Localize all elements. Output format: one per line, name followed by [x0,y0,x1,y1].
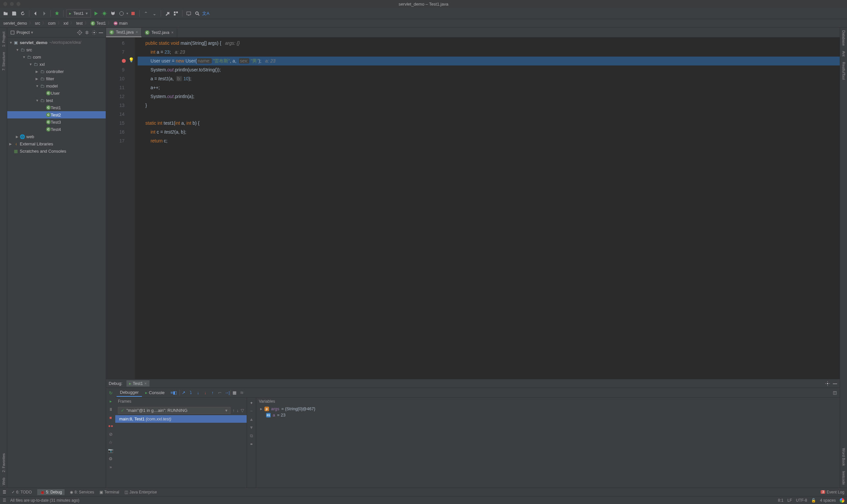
step-into-icon[interactable]: ↓ [194,389,202,396]
crumb[interactable]: src [35,21,40,26]
tab-console[interactable]: ▸Console [142,389,168,396]
tab-todo[interactable]: ✓6: TODO [12,490,32,494]
code-with-me-icon[interactable] [185,10,192,17]
gear-icon[interactable] [825,381,830,386]
tree-node-root[interactable]: ▼ ▣ servlet_demo ~/workspace/idea/ [7,39,106,46]
tree-node-selected[interactable]: C Test2 [7,111,106,119]
tool-windows-icon[interactable]: ☰ [3,490,6,494]
locate-icon[interactable] [77,30,82,35]
copy-icon[interactable]: ⧉ [250,433,253,438]
vcs-update-icon[interactable] [142,10,150,17]
profile-icon[interactable] [118,10,125,17]
minimize-window-icon[interactable] [10,2,14,6]
rail-ant[interactable]: Ant [842,48,846,59]
tree-node[interactable]: ▼🗀 model [7,82,106,89]
breakpoints-icon[interactable]: ●● [108,424,113,428]
step-out-icon[interactable]: ↑ [209,389,216,396]
camera-icon[interactable]: 📷 [108,448,113,453]
tree-node[interactable]: ▼🗀 com [7,53,106,60]
run-to-cursor-icon[interactable]: →| [223,389,230,396]
back-icon[interactable] [32,10,39,17]
crumb[interactable]: com [48,21,56,26]
save-icon[interactable] [11,10,18,17]
close-icon[interactable]: × [136,30,138,35]
pause-icon[interactable]: ⏸ [109,407,113,412]
tab-services[interactable]: ◉8: Services [70,490,94,494]
up-icon[interactable]: ▲ [249,417,254,422]
tab-java-ee[interactable]: ◫Java Enterprise [124,490,157,494]
rail-database[interactable]: Database [842,28,846,48]
tree-node[interactable]: ▼🗀 xxl [7,60,106,68]
vcs-commit-icon[interactable] [151,10,158,17]
line-gutter[interactable]: 6▶7891011121314151617 [106,37,127,379]
rail-restful[interactable]: RestfulTool [842,59,846,82]
crumb[interactable]: xxl [64,21,69,26]
editor-tab[interactable]: C Test2.java × [142,28,177,37]
rerun-icon[interactable]: ↻ [109,391,113,395]
tab-terminal[interactable]: ▣Terminal [100,490,119,494]
crumb[interactable]: servlet_demo [3,21,27,26]
expand-all-icon[interactable] [84,30,90,35]
rail-wordbook[interactable]: Word Book [842,446,846,468]
rail-structure[interactable]: 7: Structure [2,49,5,73]
thread-selector[interactable]: ✓ "main"@1 in g…ain": RUNNING ▾ [118,407,230,414]
tab-debugger[interactable]: Debugger [117,389,142,397]
crumb[interactable]: main [119,21,127,26]
debug-icon[interactable] [101,10,108,17]
maximize-window-icon[interactable] [16,2,20,6]
debug-run-tab[interactable]: ▸Test1 × [126,380,150,386]
crumb[interactable]: Test1 [97,21,106,26]
gear-icon[interactable] [91,30,97,35]
tree-node[interactable]: C Test1 [7,104,106,111]
add-watch-icon[interactable]: + [250,400,253,405]
close-icon[interactable]: × [171,30,174,35]
tree-node[interactable]: C Test4 [7,126,106,133]
search-everywhere-icon[interactable] [194,10,201,17]
status-icon[interactable]: ☰ [3,498,6,503]
tree-node[interactable]: ▶🗀 controller [7,68,106,75]
coverage-icon[interactable] [109,10,117,17]
resume-icon[interactable]: ▸ [110,399,112,404]
down-icon[interactable]: ▼ [249,425,254,430]
cursor-position[interactable]: 8:1 [778,498,783,503]
tree-node-scratches[interactable]: ▦ Scratches and Consoles [7,147,106,155]
tree-node-ext-lib[interactable]: ▶⫞ External Libraries [7,140,106,147]
show-exec-point-icon[interactable]: ↗ [180,389,187,396]
forward-icon[interactable] [40,10,48,17]
line-separator[interactable]: LF [788,498,792,503]
sync-icon[interactable] [19,10,27,17]
minimize-icon[interactable]: — [833,381,837,386]
run-config-selector[interactable]: ▸ Test1 ▾ [66,10,91,17]
tree-node[interactable]: ▼🗀 src [7,46,106,53]
more-icon[interactable]: » [109,465,111,469]
frame-item[interactable]: main:8, Test1 (com.xxl.test) [115,415,247,423]
editor-body[interactable]: 6▶7891011121314151617 💡 public static vo… [106,37,840,379]
ide-status-icon[interactable] [840,498,844,503]
stop-icon[interactable]: ■ [109,415,112,420]
project-structure-icon[interactable] [172,10,179,17]
layout-icon[interactable]: ◫ [831,389,839,396]
rail-web[interactable]: Web [2,475,5,488]
run-icon[interactable] [92,10,100,17]
force-step-into-icon[interactable]: ↓ [202,389,209,396]
crumb[interactable]: test [76,21,82,26]
remove-icon[interactable]: − [250,409,253,414]
drop-frame-icon[interactable]: ⤺ [216,389,223,396]
star-icon[interactable]: ☆ [109,440,113,445]
minimize-icon[interactable]: — [99,30,103,35]
readonly-icon[interactable]: 🔓 [811,498,816,503]
tree-node[interactable]: ▶🌐 web [7,133,106,140]
code-content[interactable]: public static void main(String[] args) {… [135,37,840,379]
tab-event-log[interactable]: 3 Event Log [820,490,844,494]
step-over-icon[interactable]: ⤵ [187,389,194,396]
rail-leetcode[interactable]: leetcode [842,468,846,488]
editor-tab[interactable]: C Test1.java × [106,28,142,37]
variable-item[interactable]: 01 a = 23 [259,412,837,418]
variable-item[interactable]: ▸ p args = {String[0]@467} [259,406,837,412]
link-icon[interactable]: ⚭ [249,442,253,447]
open-icon[interactable] [2,10,9,17]
project-tree[interactable]: ▼ ▣ servlet_demo ~/workspace/idea/ ▼🗀 sr… [7,37,106,488]
settings-icon[interactable]: ⚙ [109,456,113,461]
next-frame-icon[interactable]: ↓ [237,408,239,413]
indent[interactable]: 4 spaces [820,498,836,503]
